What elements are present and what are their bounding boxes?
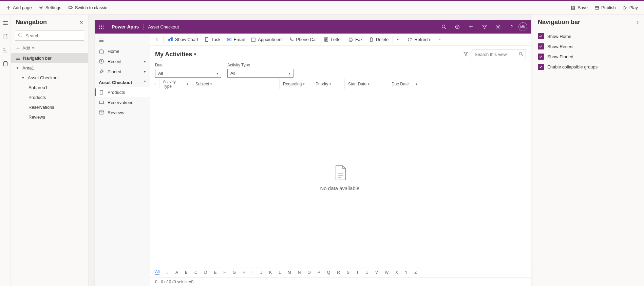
alpha-index-g[interactable]: G <box>233 270 236 275</box>
alpha-index-y[interactable]: Y <box>405 270 408 275</box>
tree-item-asset-checkout[interactable]: ▾ Asset Checkout <box>11 73 88 83</box>
more-commands-button[interactable] <box>435 35 445 44</box>
delete-button[interactable]: Delete <box>366 35 392 44</box>
alpha-index-t[interactable]: T <box>356 270 359 275</box>
grid-col-regarding[interactable]: Regarding▾ <box>279 79 312 89</box>
sidebar-hamburger-icon[interactable] <box>95 36 150 46</box>
view-title-dropdown[interactable]: My Activities ▾ <box>155 51 196 58</box>
sidebar-item-products[interactable]: Products <box>95 87 150 97</box>
header-search-icon[interactable] <box>437 20 451 34</box>
appointment-button[interactable]: Appointment <box>248 35 285 44</box>
rail-pages-icon[interactable] <box>2 34 8 40</box>
alpha-index-i[interactable]: I <box>252 270 253 275</box>
alpha-index-d[interactable]: D <box>204 270 207 275</box>
checkbox-checked-icon[interactable] <box>538 33 544 39</box>
email-button[interactable]: Email <box>224 35 248 44</box>
tree-item-reviews[interactable]: Reviews <box>11 112 88 122</box>
grid-col-subject[interactable]: Subject▾ <box>192 79 279 89</box>
tree-item-products[interactable]: Products <box>11 93 88 102</box>
header-plus-icon[interactable] <box>464 20 478 34</box>
alpha-index-h[interactable]: H <box>243 270 246 275</box>
alpha-index-n[interactable]: N <box>298 270 301 275</box>
show-chart-button[interactable]: Show Chart <box>165 35 201 44</box>
alpha-index-w[interactable]: W <box>385 270 389 275</box>
grid-col-priority[interactable]: Priority▾ <box>312 79 344 89</box>
sidebar-item-recent[interactable]: Recent ▾ <box>95 56 150 66</box>
tree-item-navigation-bar[interactable]: Navigation bar <box>11 53 88 63</box>
refresh-button[interactable]: Refresh <box>404 35 433 44</box>
alpha-index-q[interactable]: Q <box>327 270 330 275</box>
avatar[interactable]: MK <box>518 22 527 31</box>
waffle-icon[interactable] <box>95 24 108 29</box>
back-button[interactable] <box>152 35 162 44</box>
tree-item-reservations[interactable]: Reservations <box>11 102 88 112</box>
alpha-index-a[interactable]: A <box>175 270 178 275</box>
settings-button[interactable]: Settings <box>36 3 64 12</box>
task-button[interactable]: Task <box>202 35 223 44</box>
delete-dropdown-button[interactable]: ▾ <box>394 36 401 43</box>
nav-panel-close-icon[interactable]: ✕ <box>79 20 83 25</box>
checkbox-checked-icon[interactable] <box>538 54 544 60</box>
switch-classic-button[interactable]: Switch to classic <box>65 3 110 12</box>
rail-hamburger-icon[interactable] <box>2 20 8 26</box>
save-button[interactable]: Save <box>568 3 590 12</box>
alpha-index-#[interactable]: # <box>166 270 169 275</box>
sidebar-item-reservations[interactable]: Reservations <box>95 97 150 107</box>
checkbox-checked-icon[interactable] <box>538 64 544 70</box>
due-filter-select[interactable]: All ▾ <box>155 69 221 78</box>
alpha-index-m[interactable]: M <box>288 270 291 275</box>
option-label: Enable collapsible groups <box>547 64 598 69</box>
show-pinned-option[interactable]: Show Pinned <box>538 52 639 62</box>
header-gear-icon[interactable] <box>491 20 505 34</box>
alpha-index-r[interactable]: R <box>337 270 340 275</box>
show-recent-option[interactable]: Show Recent <box>538 41 639 52</box>
view-search-input[interactable] <box>472 49 526 59</box>
enable-groups-option[interactable]: Enable collapsible groups <box>538 62 639 72</box>
nav-search-input[interactable] <box>15 30 84 41</box>
alpha-index-l[interactable]: L <box>279 270 281 275</box>
alpha-index-u[interactable]: U <box>365 270 368 275</box>
sidebar-item-reviews[interactable]: Reviews <box>95 107 150 118</box>
alpha-index-x[interactable]: X <box>395 270 398 275</box>
sidebar-group-asset-checkout[interactable]: Asset Checkout ˄ <box>95 77 150 87</box>
header-help-icon[interactable] <box>505 20 518 34</box>
activity-type-filter-select[interactable]: All ▾ <box>227 69 293 78</box>
grid-col-due-date[interactable]: Due Date↑ ▾ <box>388 79 431 89</box>
play-button[interactable]: Play <box>620 3 641 12</box>
view-filter-icon[interactable] <box>463 51 468 57</box>
alpha-index-z[interactable]: Z <box>414 270 417 275</box>
grid-col-activity-type[interactable]: Activity Type▾ <box>159 79 192 89</box>
rail-data-icon[interactable] <box>2 61 8 67</box>
publish-button[interactable]: Publish <box>592 3 619 12</box>
alpha-index-s[interactable]: S <box>347 270 349 275</box>
alpha-index-c[interactable]: C <box>194 270 197 275</box>
svg-rect-1 <box>69 6 72 8</box>
show-home-option[interactable]: Show Home <box>538 31 639 41</box>
header-target-icon[interactable] <box>451 20 464 34</box>
alpha-index-k[interactable]: K <box>269 270 272 275</box>
phone-call-button[interactable]: Phone Call <box>286 35 320 44</box>
grid-select-all[interactable] <box>150 79 159 89</box>
alpha-index-b[interactable]: B <box>185 270 188 275</box>
play-label: Play <box>629 5 638 10</box>
grid-col-start-date[interactable]: Start Date▾ <box>344 79 388 89</box>
letter-button[interactable]: Letter <box>321 35 345 44</box>
alpha-index-j[interactable]: J <box>260 270 262 275</box>
rail-tree-icon[interactable] <box>2 47 8 53</box>
tree-item-area1[interactable]: ▾ Area1 <box>11 63 88 73</box>
checkbox-checked-icon[interactable] <box>538 43 544 49</box>
tree-item-subarea1[interactable]: Subarea1 <box>11 83 88 93</box>
sidebar-item-home[interactable]: Home <box>95 46 150 56</box>
alpha-index-o[interactable]: O <box>308 270 311 275</box>
fax-button[interactable]: Fax <box>345 35 365 44</box>
alpha-index-p[interactable]: P <box>318 270 320 275</box>
alpha-index-e[interactable]: E <box>214 270 216 275</box>
alpha-index-all[interactable]: All <box>155 269 159 275</box>
sidebar-item-pinned[interactable]: Pinned ▾ <box>95 66 150 77</box>
chevron-right-icon[interactable]: › <box>637 19 639 26</box>
header-filter-icon[interactable] <box>478 20 491 34</box>
add-page-button[interactable]: Add page <box>3 3 35 12</box>
nav-add-button[interactable]: Add ▾ <box>11 43 88 53</box>
alpha-index-v[interactable]: V <box>375 270 378 275</box>
alpha-index-f[interactable]: F <box>223 270 226 275</box>
